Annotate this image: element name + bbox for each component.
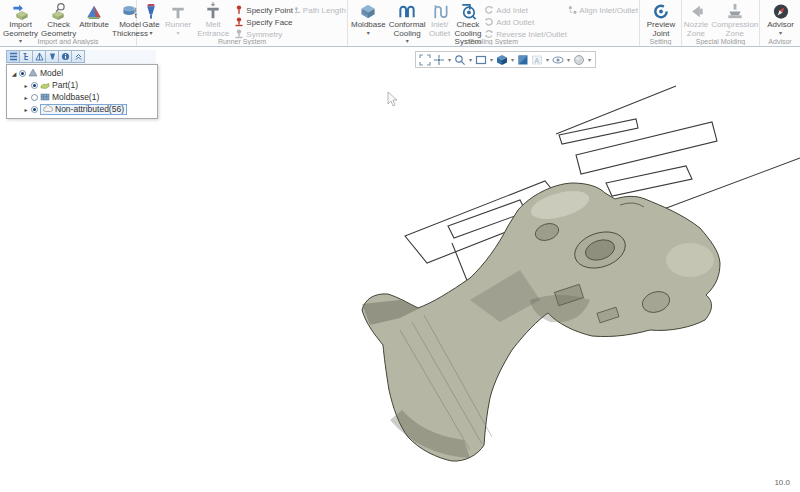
add-outlet-button[interactable]: Add Outlet xyxy=(484,16,567,28)
expander-closed-icon[interactable]: ▸ xyxy=(23,82,29,89)
gate-icon xyxy=(140,2,162,21)
moldbase-icon xyxy=(40,92,50,102)
nozzle-zone-icon xyxy=(685,2,707,21)
runner-small-items-column2: Path Length xyxy=(294,2,346,16)
runner-icon xyxy=(167,2,189,21)
caret-down-icon[interactable]: ▾ xyxy=(149,31,152,36)
button-label: Runner xyxy=(165,21,191,30)
non-attributed-icon xyxy=(43,104,53,114)
check-cooling-system-icon xyxy=(457,2,479,21)
model-tree-tab-strip xyxy=(6,50,156,65)
caret-down-icon[interactable]: ▾ xyxy=(567,56,570,63)
list-icon xyxy=(9,52,18,61)
shaded-view-icon[interactable] xyxy=(517,54,529,66)
caret-down-icon[interactable]: ▾ xyxy=(779,31,782,36)
ribbon-toolbar: Import Geometry ▾ Check Geometry xyxy=(0,0,800,47)
tab-gate[interactable] xyxy=(45,50,59,63)
window-select-icon[interactable] xyxy=(475,54,487,66)
moldbase-button[interactable]: Moldbase ▾ xyxy=(350,2,387,36)
button-label: Import Geometry xyxy=(3,21,38,38)
button-label: Add Outlet xyxy=(496,18,534,27)
pan-icon[interactable] xyxy=(433,54,445,66)
tree-item-model[interactable]: ◢ Model xyxy=(7,67,157,79)
melt-entrance-icon xyxy=(202,2,224,21)
caret-down-icon[interactable]: ▾ xyxy=(588,56,591,63)
tree-item-label: Non-attributed(56) xyxy=(55,104,124,114)
scale-readout: 10.0 xyxy=(774,478,790,487)
visibility-radio[interactable] xyxy=(31,106,38,113)
compression-zone-button[interactable]: Compression Zone xyxy=(710,2,759,38)
align-inlet-outlet-button[interactable]: Align Inlet/Outlet xyxy=(568,4,638,16)
attribute-button[interactable]: Attribute xyxy=(78,2,110,30)
caret-down-icon[interactable]: ▾ xyxy=(469,56,472,63)
visibility-icon[interactable] xyxy=(552,54,564,66)
ribbon-group-setting: Preview Joint Setting xyxy=(640,0,682,46)
model-tree-panel: ◢ Model ▸ Part(1) ▸ Moldbase(1) ▸ xyxy=(6,64,158,119)
button-label: Compression Zone xyxy=(711,21,758,38)
caret-down-icon[interactable]: ▾ xyxy=(546,56,549,63)
check-geometry-button[interactable]: Check Geometry xyxy=(40,2,77,38)
caret-down-icon[interactable]: ▾ xyxy=(511,56,514,63)
zoom-tool-icon[interactable] xyxy=(454,54,466,66)
tab-mesh[interactable] xyxy=(32,50,46,63)
add-inlet-button[interactable]: Add Inlet xyxy=(484,4,567,16)
tab-info[interactable] xyxy=(58,50,72,63)
inlet-outlet-button[interactable]: Inlet/ Outlet xyxy=(428,2,452,38)
button-label: Attribute xyxy=(79,21,109,30)
preview-joint-button[interactable]: Preview Joint xyxy=(642,2,680,38)
part-icon xyxy=(40,80,50,90)
specify-point-button[interactable]: Specify Point xyxy=(234,4,293,16)
info-icon xyxy=(61,52,70,61)
cooling-small-items-column: Add Inlet Add Outlet xyxy=(484,2,567,40)
button-label: Check Geometry xyxy=(41,21,76,38)
render-mode-icon[interactable] xyxy=(573,54,585,66)
expander-open-icon[interactable]: ◢ xyxy=(11,70,17,77)
group-label: Special Molding xyxy=(682,38,759,45)
visibility-radio[interactable] xyxy=(31,94,38,101)
tab-collapse[interactable] xyxy=(71,50,85,63)
button-label: Add Inlet xyxy=(496,6,528,15)
tab-model-tree[interactable] xyxy=(6,50,20,63)
visibility-radio[interactable] xyxy=(31,82,38,89)
nozzle-zone-button[interactable]: Nozzle Zone xyxy=(683,2,709,38)
button-label: Preview Joint xyxy=(643,21,679,38)
path-length-icon xyxy=(294,5,301,15)
ribbon-group-cooling-system: Moldbase ▾ Conformal Cooling ▾ Inlet/ Ou… xyxy=(348,0,640,46)
tree-item-part[interactable]: ▸ Part(1) xyxy=(7,79,157,91)
button-label: Nozzle Zone xyxy=(684,21,708,38)
tree-item-label: Model xyxy=(40,68,63,78)
runner-button[interactable]: Runner ▾ xyxy=(164,2,192,36)
caret-down-icon[interactable]: ▾ xyxy=(367,31,370,36)
tab-display-tree[interactable] xyxy=(19,50,33,63)
hierarchy-icon xyxy=(22,52,31,61)
advisor-button[interactable]: Advisor ▾ xyxy=(766,2,795,36)
caret-down-icon[interactable]: ▾ xyxy=(448,56,451,63)
expander-closed-icon[interactable]: ▸ xyxy=(23,106,29,113)
caret-down-icon[interactable]: ▾ xyxy=(177,31,180,36)
button-label: Melt Entrance xyxy=(194,21,232,38)
group-label: Import and Analysis xyxy=(0,38,136,45)
conformal-cooling-icon xyxy=(396,2,418,21)
expander-closed-icon[interactable]: ▸ xyxy=(23,94,29,101)
caret-down-icon[interactable]: ▾ xyxy=(490,56,493,63)
meshed-part[interactable] xyxy=(362,183,720,461)
annotation-icon[interactable]: A xyxy=(531,54,543,66)
moldbase-icon xyxy=(357,2,379,21)
specify-face-button[interactable]: Specify Face xyxy=(234,16,293,28)
visibility-radio[interactable] xyxy=(19,70,26,77)
path-length-button[interactable]: Path Length xyxy=(294,4,346,16)
advisor-compass-icon xyxy=(770,2,792,21)
viewport-toolbar: ▾ ▾ ▾ ▾ A ▾ ▾ ▾ xyxy=(415,51,596,68)
preview-joint-icon xyxy=(650,2,672,21)
gate-button[interactable]: Gate ▾ xyxy=(139,2,163,36)
mesh-triangle-icon xyxy=(35,52,44,61)
compression-zone-icon xyxy=(724,2,746,21)
melt-entrance-button[interactable]: Melt Entrance xyxy=(193,2,233,38)
tree-item-non-attributed[interactable]: ▸ Non-attributed(56) xyxy=(7,103,157,115)
iso-view-icon[interactable] xyxy=(496,54,508,66)
button-label: Specify Point xyxy=(246,6,293,15)
tree-item-moldbase[interactable]: ▸ Moldbase(1) xyxy=(7,91,157,103)
fit-view-icon[interactable] xyxy=(419,54,431,66)
group-label: Cooling System xyxy=(348,38,639,45)
application-window: Import Geometry ▾ Check Geometry xyxy=(0,0,800,492)
